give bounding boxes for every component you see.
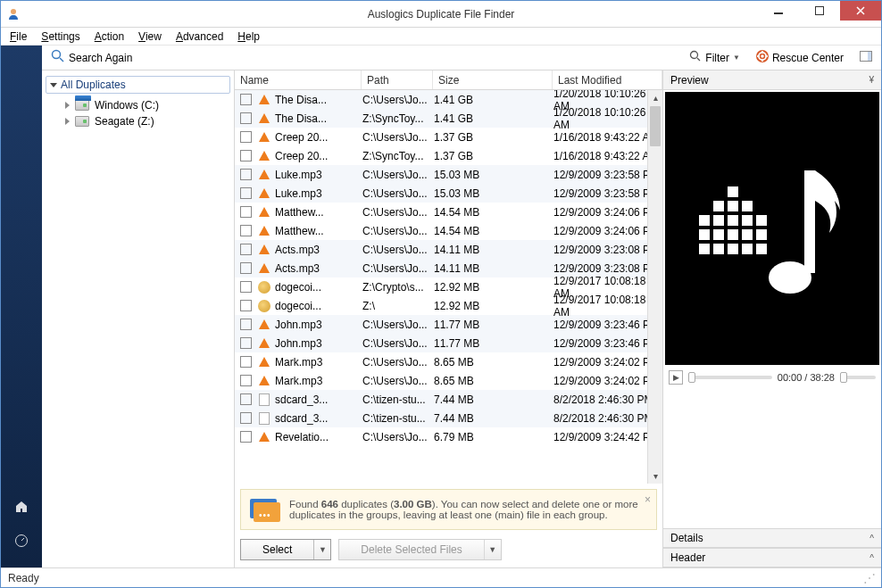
row-checkbox[interactable] [240, 187, 252, 199]
cell-size: 7.44 MB [434, 412, 553, 425]
window-controls [758, 1, 881, 21]
table-row[interactable]: John.mp3C:\Users\Jo...11.77 MB12/9/2009 … [235, 315, 662, 334]
preview-canvas [665, 92, 879, 365]
volume-slider[interactable] [840, 376, 876, 379]
row-checkbox[interactable] [240, 225, 252, 236]
tree-root-item[interactable]: All Duplicates [46, 76, 230, 94]
row-checkbox[interactable] [240, 244, 252, 255]
play-button[interactable]: ▶ [669, 370, 683, 385]
filter-button[interactable]: Filter ▼ [686, 48, 744, 67]
close-button[interactable] [840, 1, 881, 21]
menu-view[interactable]: View [131, 29, 169, 45]
file-type-icon [257, 336, 271, 351]
table-row[interactable]: Luke.mp3C:\Users\Jo...15.03 MB12/9/2009 … [235, 165, 662, 184]
menu-help[interactable]: Help [230, 29, 267, 45]
column-size[interactable]: Size [433, 70, 553, 89]
row-checkbox[interactable] [240, 281, 252, 293]
column-path[interactable]: Path [362, 70, 433, 89]
seek-slider[interactable] [688, 376, 772, 379]
scroll-down-arrow[interactable]: ▾ [648, 468, 662, 484]
table-row[interactable]: Matthew...C:\Users\Jo...14.54 MB12/9/200… [235, 221, 662, 240]
menu-settings[interactable]: Settings [34, 29, 87, 45]
gauge-icon[interactable] [14, 534, 29, 551]
scroll-up-arrow[interactable]: ▴ [648, 90, 662, 105]
cell-date: 1/16/2018 9:43:22 AM [553, 131, 662, 144]
column-date[interactable]: Last Modified [553, 70, 662, 89]
row-checkbox[interactable] [240, 131, 252, 143]
table-row[interactable]: Matthew...C:\Users\Jo...14.54 MB12/9/200… [235, 203, 662, 221]
row-checkbox[interactable] [240, 356, 252, 368]
table-row[interactable]: Revelatio...C:\Users\Jo...6.79 MB12/9/20… [235, 427, 662, 446]
row-checkbox[interactable] [240, 393, 252, 405]
tree-item-windows-c[interactable]: Windows (C:) [46, 97, 230, 113]
rescue-center-button[interactable]: Rescue Center [753, 48, 847, 67]
table-row[interactable]: John.mp3C:\Users\Jo...11.77 MB12/9/2009 … [235, 334, 662, 352]
details-header[interactable]: Details ^ [663, 528, 881, 548]
row-checkbox[interactable] [240, 319, 252, 330]
infobar-close-button[interactable]: × [645, 493, 651, 506]
cell-name: Mark.mp3 [275, 356, 362, 369]
cell-size: 11.77 MB [434, 319, 553, 331]
row-checkbox[interactable] [240, 300, 252, 311]
delete-dropdown[interactable]: ▼ [485, 540, 501, 559]
cell-size: 14.11 MB [434, 262, 553, 275]
table-row[interactable]: dogecoi...Z:\12.92 MB12/9/2017 10:08:18 … [235, 296, 662, 315]
table-row[interactable]: Luke.mp3C:\Users\Jo...15.03 MB12/9/2009 … [235, 184, 662, 203]
table-row[interactable]: sdcard_3...C:\tizen-stu...7.44 MB8/2/201… [235, 409, 662, 427]
select-dropdown[interactable]: ▼ [314, 540, 330, 559]
list-body: The Disa...C:\Users\Jo...1.41 GB1/20/201… [235, 90, 662, 484]
file-type-icon [257, 93, 271, 107]
table-row[interactable]: sdcard_3...C:\tizen-stu...7.44 MB8/2/201… [235, 390, 662, 409]
home-icon[interactable] [14, 500, 29, 518]
menu-action[interactable]: Action [87, 29, 131, 45]
cell-date: 12/9/2017 10:08:18 AM [553, 294, 662, 319]
row-checkbox[interactable] [240, 150, 252, 161]
menu-file[interactable]: File [3, 29, 34, 45]
select-button[interactable]: Select ▼ [240, 539, 331, 560]
tree-pane: All Duplicates Windows (C:) Seagate (Z:) [42, 70, 235, 567]
table-row[interactable]: Acts.mp3C:\Users\Jo...14.11 MB12/9/2009 … [235, 240, 662, 259]
row-checkbox[interactable] [240, 262, 252, 274]
preview-header[interactable]: Preview ¥ [663, 70, 881, 90]
table-row[interactable]: Creep 20...C:\Users\Jo...1.37 GB1/16/201… [235, 128, 662, 146]
row-checkbox[interactable] [240, 375, 252, 386]
minimize-button[interactable] [758, 1, 799, 21]
row-checkbox[interactable] [240, 206, 252, 218]
file-type-icon [257, 355, 271, 369]
cell-path: C:\Users\Jo... [362, 337, 434, 350]
table-row[interactable]: Mark.mp3C:\Users\Jo...8.65 MB12/9/2009 3… [235, 371, 662, 390]
cell-size: 15.03 MB [434, 169, 553, 181]
media-player: ▶ 00:00 / 38:28 [663, 367, 881, 388]
row-checkbox[interactable] [240, 431, 252, 443]
file-type-icon [257, 205, 271, 219]
preview-pane: Preview ¥ [663, 70, 881, 567]
row-checkbox[interactable] [240, 169, 252, 180]
header-section-header[interactable]: Header ^ [663, 548, 881, 567]
svg-rect-9 [868, 52, 871, 61]
maximize-button[interactable] [799, 1, 840, 21]
cell-path: C:\Users\Jo... [362, 206, 434, 219]
row-checkbox[interactable] [240, 412, 252, 424]
row-checkbox[interactable] [240, 337, 252, 349]
resize-grip[interactable]: ⋰ [863, 571, 874, 585]
panel-toggle-button[interactable] [856, 49, 876, 66]
menu-advanced[interactable]: Advanced [169, 29, 230, 45]
table-row[interactable]: Creep 20...Z:\SyncToy...1.37 GB1/16/2018… [235, 146, 662, 165]
vertical-scrollbar[interactable]: ▴ ▾ [647, 90, 662, 484]
table-row[interactable]: The Disa...Z:\SyncToy...1.41 GB1/20/2018… [235, 109, 662, 128]
search-again-button[interactable]: Search Again [47, 47, 136, 68]
column-name[interactable]: Name [235, 70, 362, 89]
cell-date: 12/9/2009 3:24:06 PM [553, 225, 662, 237]
cell-date: 12/9/2009 3:23:58 PM [553, 187, 662, 200]
table-row[interactable]: Mark.mp3C:\Users\Jo...8.65 MB12/9/2009 3… [235, 352, 662, 371]
row-checkbox[interactable] [240, 94, 252, 105]
delete-selected-button[interactable]: Delete Selected Files ▼ [338, 539, 501, 560]
cell-name: John.mp3 [275, 319, 362, 331]
left-rail [1, 46, 42, 567]
tree-item-seagate-z[interactable]: Seagate (Z:) [46, 113, 230, 129]
cell-size: 6.79 MB [434, 431, 553, 443]
info-icon [250, 497, 280, 522]
bottom-button-bar: Select ▼ Delete Selected Files ▼ [235, 535, 662, 567]
scroll-thumb[interactable] [650, 106, 661, 146]
row-checkbox[interactable] [240, 112, 252, 124]
